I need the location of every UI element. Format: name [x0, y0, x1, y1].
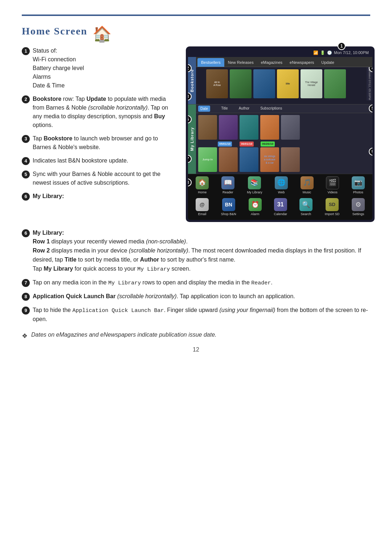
- tab-bestsellers[interactable]: Bestsellers: [197, 58, 224, 67]
- home-screen-icon: 🏠: [93, 22, 110, 40]
- lib-book-2[interactable]: [219, 115, 238, 140]
- device-callout-4: 4: [369, 67, 372, 72]
- device-callout-6: 6: [188, 115, 192, 123]
- item-4: 4 Indicates last B&N bookstore update.: [22, 156, 174, 165]
- item-3: 3 Tap Bookstore to launch web browser an…: [22, 134, 174, 152]
- device-inner: 📶 🔋 🕙 Mon 7/12, 10:00PM Bookstore 2: [188, 49, 372, 220]
- sort-title[interactable]: Title: [221, 106, 228, 112]
- item-5-text: Sync with your Barnes & Noble account to…: [33, 170, 174, 187]
- library-inner: Date Title Author Subscriptions: [196, 104, 372, 174]
- device-callout-3: 3: [188, 93, 192, 100]
- body-text-8: Application Quick Launch Bar (scrollable…: [33, 292, 295, 301]
- mylibrary-icon: 📚: [248, 176, 261, 189]
- tab-emagazines[interactable]: eMagazines: [257, 58, 286, 67]
- device-callout-9: 9: [369, 148, 372, 156]
- qlb-home-label: Home: [198, 190, 207, 195]
- qlb-row1: 🏠 Home 📖 Reader 📚 My Library 🌐: [188, 174, 372, 196]
- book-6[interactable]: [324, 69, 346, 98]
- bookstore-section: Bookstore 2 3 Bestsellers New Releases: [188, 57, 372, 104]
- alarm-icon: ⏰: [249, 198, 262, 211]
- bookstore-inner: Bestsellers New Releases eMagazines eNew…: [196, 57, 372, 101]
- callout-3: 3: [22, 135, 30, 143]
- qlb-row2: @ Email BN Shop B&N ⏰ Alarm 31: [188, 196, 372, 220]
- callout-4: 4: [22, 157, 30, 165]
- item-3-text: Tap Bookstore to launch web browser and …: [33, 134, 174, 152]
- lib-book-row2-4[interactable]: six stringsa suitcase& a car: [260, 147, 279, 172]
- qlb-settings-label: Settings: [352, 212, 364, 217]
- tab-new-releases[interactable]: New Releases: [224, 58, 257, 67]
- settings-icon: ⚙: [352, 198, 365, 211]
- qlb-photos[interactable]: 📷 Photos: [352, 176, 365, 195]
- qlb-email[interactable]: @ Email: [196, 198, 209, 217]
- book-4[interactable]: life: [277, 69, 299, 98]
- qlb-web[interactable]: 🌐 Web: [275, 176, 288, 195]
- book-1[interactable]: All InA Row: [206, 69, 228, 98]
- lib-book-row2-2[interactable]: [219, 147, 238, 172]
- lib-book-4[interactable]: [260, 115, 279, 140]
- music-icon: 🎵: [301, 176, 314, 189]
- item-6-label: 6 My Library:: [22, 192, 174, 201]
- shopbn-icon: BN: [222, 198, 235, 211]
- library-row2: 05/01/10 06/01/10 06/26/10 Jump In six s…: [196, 141, 372, 174]
- body-callout-7: 7: [22, 279, 30, 287]
- sort-author[interactable]: Author: [239, 106, 249, 112]
- clock-icon: 🕙: [327, 50, 332, 56]
- lib-book-3[interactable]: [240, 115, 258, 140]
- sort-date[interactable]: Date: [198, 106, 210, 112]
- qlb-search[interactable]: 🔍 Search: [299, 198, 313, 217]
- qlb-shopbn-label: Shop B&N: [221, 212, 236, 217]
- page-number: 12: [22, 345, 370, 354]
- qlb-importsd[interactable]: SD Import SD: [325, 198, 340, 217]
- body-callout-9: 9: [22, 307, 30, 315]
- lib-book-row2-1[interactable]: Jump In: [198, 147, 217, 172]
- qlb-videos[interactable]: 🎬 Videos: [326, 176, 339, 195]
- qlb-reader[interactable]: 📖 Reader: [221, 176, 234, 195]
- bookstore-tab-bar: Bestsellers New Releases eMagazines eNew…: [196, 57, 372, 67]
- item-4-text: Indicates last B&N bookstore update.: [33, 156, 128, 165]
- item-2: 2 Bookstore row: Tap Update to populate …: [22, 95, 174, 130]
- qlb-shopbn[interactable]: BN Shop B&N: [221, 198, 236, 217]
- qlb-calendar[interactable]: 31 Calendar: [274, 198, 287, 217]
- qlb-search-label: Search: [301, 212, 311, 217]
- home-icon: 🏠: [196, 176, 209, 189]
- tab-update[interactable]: Update: [318, 58, 338, 67]
- lib-book-5[interactable]: [281, 115, 300, 140]
- qlb-mylibrary[interactable]: 📚 My Library: [247, 176, 262, 195]
- search-icon: 🔍: [299, 198, 313, 211]
- body-item-8: 8 Application Quick Launch Bar (scrollab…: [22, 292, 370, 301]
- book-2[interactable]: [230, 69, 252, 98]
- qlb-section: 8 🏠 Home 📖 Reader 📚 My Lib: [188, 174, 372, 220]
- body-text-6: My Library: Row 1 displays your recently…: [33, 229, 370, 274]
- callout-6: 6: [22, 193, 30, 201]
- item-1-text: Status of:Wi-Fi connectionBattery charge…: [33, 46, 84, 90]
- body-callout-6: 6: [22, 229, 30, 237]
- library-label[interactable]: My Library: [188, 104, 196, 174]
- book-3[interactable]: [253, 69, 275, 98]
- calendar-icon: 31: [274, 198, 287, 211]
- photos-icon: 📷: [352, 176, 365, 189]
- tab-enewspapers[interactable]: eNewspapers: [286, 58, 318, 67]
- callout-1: 1: [22, 47, 30, 55]
- qlb-alarm[interactable]: ⏰ Alarm: [249, 198, 262, 217]
- qlb-home[interactable]: 🏠 Home: [196, 176, 209, 195]
- device-screenshot: 1 📶 🔋 🕙 Mon 7/12, 10:00PM Bookstore: [186, 46, 375, 222]
- device-callout-5: 5: [369, 104, 372, 112]
- device-callout-2: 2: [188, 64, 192, 72]
- qlb-email-label: Email: [198, 212, 207, 217]
- qlb-settings[interactable]: ⚙ Settings: [352, 198, 365, 217]
- device-callout-1: 1: [338, 42, 346, 50]
- lib-book-1[interactable]: [198, 115, 217, 140]
- qlb-music[interactable]: 🎵 Music: [301, 176, 314, 195]
- book-5[interactable]: The Village Herald: [301, 69, 322, 98]
- status-icons: 📶 🔋 🕙 Mon 7/12, 10:00PM: [313, 50, 369, 56]
- sort-subscriptions[interactable]: Subscriptions: [260, 106, 282, 112]
- qlb-importsd-label: Import SD: [325, 212, 340, 217]
- lib-book-row2-3[interactable]: [240, 147, 258, 172]
- note-text: Dates on eMagazines and eNewspapers indi…: [31, 330, 217, 339]
- library-section: My Library 5 6 7: [188, 104, 372, 174]
- top-rule: [22, 15, 370, 16]
- lib-book-row2-5[interactable]: [281, 147, 300, 172]
- web-icon: 🌐: [275, 176, 288, 189]
- body-item-9: 9 Tap to hide the Application Quick Laun…: [22, 306, 370, 324]
- body-text-7: Tap on any media icon in the My Library …: [33, 278, 273, 287]
